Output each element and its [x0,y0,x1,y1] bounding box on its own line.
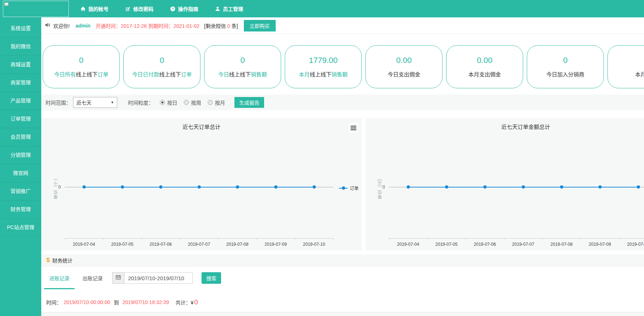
stat-card-value: 0 [240,56,245,65]
chart-title: 近七天订单总计 [41,123,362,130]
topnav-item-2[interactable]: 修改密码 [125,5,153,12]
sidebar-item-3[interactable]: 商城设置 [0,56,41,74]
x-axis-tick [581,238,581,240]
welcome-greeting: 欢迎你! [53,22,70,29]
sidebar-item-2[interactable]: 我的微信 [0,38,41,56]
records-table-header: #订单号单价状态时间详情 [41,312,644,316]
topnav-label: 修改密码 [133,5,153,12]
sidebar-navigation: 系统设置我的微信商城设置商家管理产品管理订单管理会员管理分销管理微官网营销推广财… [0,17,41,316]
chevron-down-icon: ▼ [111,101,114,104]
x-axis-tick [65,238,65,240]
granularity-radio-2[interactable]: 按周 [184,99,201,106]
chart-toolbox-icon[interactable] [349,123,358,132]
time-to-label: 到 [114,299,119,306]
topnav-item-4[interactable]: 员工管理 [215,5,243,12]
stat-card-6: 0.00本月支出佣金 [446,45,523,88]
home-icon [80,6,86,12]
account-period: 开通时间：2017-12-26 到期时间：2021-01-02 [96,22,199,29]
stat-card-label: 今日线上线下销售额 [218,70,267,78]
data-point[interactable] [236,185,239,189]
x-axis-line [65,238,333,239]
stat-card-value: 0.00 [477,56,492,65]
data-point[interactable] [407,185,410,189]
x-axis-tick [295,238,295,240]
sidebar-item-6[interactable]: 订单管理 [0,110,41,128]
time-range-select[interactable]: 近七天 ▼ [73,97,117,108]
radio-label: 按周 [191,99,201,106]
stat-card-label: 本月支出佣金 [468,70,501,78]
data-point[interactable] [445,185,448,189]
data-point[interactable] [274,185,277,189]
x-axis-tick [333,238,334,240]
finance-summary-row: 时间： 2019/07/10 00:00:00 到 2019/07/10 18:… [41,297,644,308]
stat-card-2: 0今日已付款线上线下订单 [123,45,200,88]
x-axis-tick [103,238,103,240]
chart-legend[interactable]: 订单 [339,185,359,191]
sidebar-item-12[interactable]: PC站点管理 [0,219,41,237]
granularity-label: 时间粒度： [128,99,153,106]
data-point[interactable] [198,185,201,189]
data-point[interactable] [637,185,640,189]
x-axis-tick [180,238,180,240]
data-point[interactable] [483,185,487,189]
sidebar-item-4[interactable]: 商家管理 [0,74,41,92]
granularity-radio-group: 按日按周按月 [153,99,225,106]
users-icon [215,6,220,12]
stat-card-4: 1779.00本月线上线下销售额 [285,45,362,88]
data-point[interactable] [121,185,124,189]
sidebar-item-8[interactable]: 分销管理 [0,146,41,164]
stat-card-label: 本月加入 [635,70,644,78]
finance-section-header: $ 财务统计 [41,254,644,266]
sidebar-item-9[interactable]: 微官网 [0,164,41,182]
sidebar-item-1[interactable]: 系统设置 [0,20,41,38]
x-axis-label: 2019-07-10 [299,242,329,247]
stat-cards-row: 0今日所有线上线下订单0今日已付款线上线下订单0今日线上线下销售额1779.00… [41,34,644,88]
x-axis-label: 2019-07-07 [184,242,214,247]
y-axis-tick: 0 [379,185,385,190]
radio-label: 按月 [215,99,225,106]
stat-card-label: 今日支出佣金 [387,70,420,78]
data-point[interactable] [313,185,316,189]
buy-now-button[interactable]: 立即购买 [244,20,276,31]
topnav-item-3[interactable]: ?操作指南 [170,5,198,12]
total-label: 共计：¥ [175,299,194,306]
data-point[interactable] [159,185,162,189]
topnav-item-1[interactable]: 我的帐号 [80,5,109,12]
x-axis-tick [542,238,543,240]
date-range-input[interactable] [124,272,193,284]
tab-expense-records[interactable]: 出账记录 [81,274,104,282]
stat-card-value: 0 [563,56,567,65]
search-button[interactable]: 搜索 [202,272,221,284]
x-axis-tick [257,238,257,240]
username: admin [76,23,90,29]
svg-text:?: ? [172,7,174,10]
radio-icon[interactable] [208,100,213,105]
generate-report-button[interactable]: 生成报告 [234,97,264,108]
dollar-icon: $ [46,257,50,264]
finance-tabs: 进账记录出账记录 [48,274,104,282]
data-point[interactable] [560,185,563,189]
radio-icon[interactable] [184,100,189,105]
data-point[interactable] [598,185,602,189]
granularity-radio-1[interactable]: 按日 [160,99,177,106]
time-end: 2019/07/10 18:32:39 [122,299,169,305]
y-axis-tick: 0 [55,185,61,190]
sidebar-item-5[interactable]: 产品管理 [0,92,41,110]
granularity-radio-3[interactable]: 按月 [208,99,225,106]
sidebar-item-10[interactable]: 营销推广 [0,182,41,201]
charts-row: 近七天订单总计单位（个）02019-07-042019-07-052019-07… [41,118,644,250]
radio-selected-icon[interactable] [160,100,165,105]
x-axis-tick [218,238,219,240]
dashboard-page: 我的帐号修改密码?操作指南员工管理 系统设置我的微信商城设置商家管理产品管理订单… [0,0,644,316]
x-axis-label: 2019-07-10 [623,242,644,247]
calendar-button[interactable] [112,272,124,284]
sidebar-item-7[interactable]: 会员管理 [0,128,41,146]
data-point[interactable] [522,185,525,189]
x-axis-tick [427,238,428,240]
sidebar-item-11[interactable]: 财务管理 [0,201,41,219]
logo[interactable] [3,1,69,17]
stat-card-1: 0今日所有线上线下订单 [43,45,120,88]
tab-income-records[interactable]: 进账记录 [48,274,71,282]
time-start: 2019/07/10 00:00:00 [64,299,110,305]
data-point[interactable] [82,185,86,189]
